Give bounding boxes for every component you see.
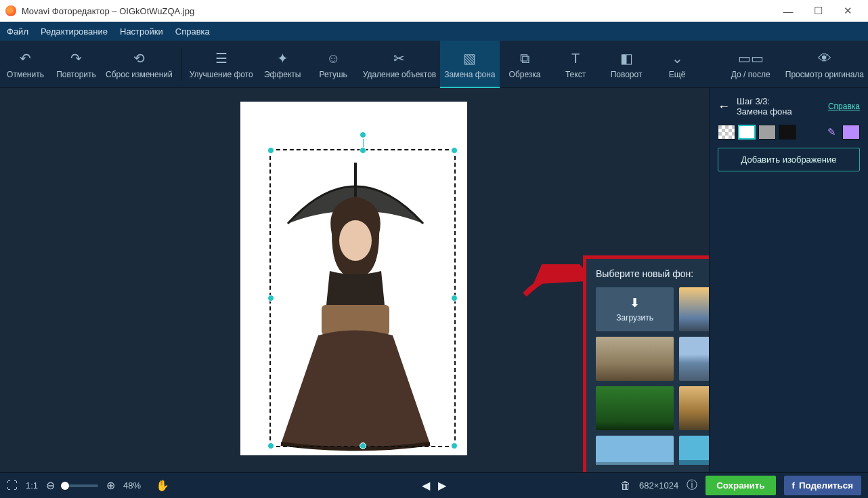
history-nav: ◀ ▶ bbox=[422, 479, 446, 492]
background-thumbnail[interactable] bbox=[679, 436, 709, 465]
annotation-highlight-box: ✕ Выберите новый фон: ⬇Загрузить 🎲 ОК bbox=[583, 255, 709, 472]
window-title: Movavi Фоторедактор – OIGkOtWuZQA.jpg bbox=[22, 6, 194, 16]
compare-icon: ▭▭ bbox=[738, 50, 764, 66]
workspace: ✕ Выберите новый фон: ⬇Загрузить 🎲 ОК ← … bbox=[0, 88, 868, 472]
resize-handle-bottom[interactable] bbox=[360, 442, 366, 449]
eyedropper-button[interactable]: ✎ bbox=[823, 126, 840, 138]
swatch-transparent[interactable] bbox=[718, 125, 735, 140]
window-maximize-button[interactable]: ☐ bbox=[803, 1, 833, 20]
resize-handle-top-left[interactable] bbox=[267, 147, 274, 154]
facebook-icon: f bbox=[792, 480, 795, 491]
window-minimize-button[interactable]: — bbox=[773, 1, 803, 20]
selection-rectangle[interactable] bbox=[269, 149, 456, 447]
background-thumbnail-grid: ⬇Загрузить bbox=[596, 287, 709, 465]
more-button[interactable]: ⌄Ещё bbox=[652, 41, 703, 87]
main-toolbar: ↶Отменить ↷Повторить ⟲Сброс изменений ☰У… bbox=[0, 41, 868, 88]
menu-edit[interactable]: Редактирование bbox=[41, 26, 108, 37]
step-header: ← Шаг 3/3: Замена фона Справка bbox=[718, 96, 860, 117]
menu-bar: Файл Редактирование Настройки Справка bbox=[0, 22, 868, 41]
history-prev-button[interactable]: ◀ bbox=[422, 479, 430, 492]
zoom-slider[interactable] bbox=[63, 484, 98, 487]
color-swatch-row: ✎ bbox=[718, 125, 860, 140]
redo-button[interactable]: ↷Повторить bbox=[51, 41, 102, 87]
crop-button[interactable]: ⧉Обрезка bbox=[500, 41, 550, 87]
face-icon: ☺ bbox=[326, 50, 340, 66]
swatch-gray[interactable] bbox=[758, 125, 776, 140]
sparkle-icon: ✦ bbox=[277, 50, 288, 66]
text-icon: T bbox=[571, 50, 580, 66]
canvas-area[interactable]: ✕ Выберите новый фон: ⬇Загрузить 🎲 ОК bbox=[0, 88, 709, 472]
view-original-button[interactable]: 👁Просмотр оригинала bbox=[781, 41, 868, 87]
rotate-icon: ◧ bbox=[620, 50, 633, 66]
background-thumbnail[interactable] bbox=[596, 337, 674, 381]
zoom-in-button[interactable]: ⊕ bbox=[106, 479, 115, 492]
resize-handle-left[interactable] bbox=[267, 295, 274, 302]
delete-button[interactable]: 🗑 bbox=[620, 480, 631, 492]
text-button[interactable]: TТекст bbox=[550, 41, 601, 87]
reset-icon: ⟲ bbox=[133, 50, 145, 66]
add-image-button[interactable]: Добавить изображение bbox=[718, 148, 860, 171]
background-thumbnail[interactable] bbox=[679, 386, 709, 430]
background-thumbnail[interactable] bbox=[596, 436, 674, 465]
history-next-button[interactable]: ▶ bbox=[438, 479, 446, 492]
menu-settings[interactable]: Настройки bbox=[120, 26, 163, 37]
step-number: Шаг 3/3: bbox=[737, 96, 792, 106]
rotate-button[interactable]: ◧Поворот bbox=[601, 41, 652, 87]
actual-size-button[interactable]: 1:1 bbox=[26, 480, 38, 491]
save-button[interactable]: Сохранить bbox=[706, 476, 775, 495]
background-thumbnail[interactable] bbox=[596, 386, 674, 430]
retouch-button[interactable]: ☺Ретушь bbox=[308, 41, 359, 87]
zoom-value: 48% bbox=[123, 480, 141, 491]
side-panel: ← Шаг 3/3: Замена фона Справка ✎ Добавит… bbox=[709, 88, 868, 472]
crop-icon: ⧉ bbox=[520, 50, 529, 66]
panel-help-link[interactable]: Справка bbox=[828, 102, 860, 111]
background-thumbnail[interactable] bbox=[679, 337, 709, 381]
reset-changes-button[interactable]: ⟲Сброс изменений bbox=[102, 41, 177, 87]
upload-background-button[interactable]: ⬇Загрузить bbox=[596, 287, 674, 331]
menu-file[interactable]: Файл bbox=[7, 26, 28, 37]
photo-canvas[interactable] bbox=[240, 102, 467, 455]
resize-handle-right[interactable] bbox=[451, 295, 458, 302]
eye-icon: 👁 bbox=[818, 50, 831, 66]
sliders-icon: ☰ bbox=[215, 50, 227, 66]
window-close-button[interactable]: ✕ bbox=[833, 1, 863, 20]
chevron-down-icon: ⌄ bbox=[672, 50, 683, 66]
before-after-button[interactable]: ▭▭До / после bbox=[720, 41, 781, 87]
info-button[interactable]: ⓘ bbox=[687, 478, 697, 493]
step-back-button[interactable]: ← bbox=[718, 100, 730, 114]
zoom-out-button[interactable]: ⊖ bbox=[46, 479, 55, 492]
resize-handle-bottom-left[interactable] bbox=[267, 442, 274, 449]
app-logo-icon bbox=[5, 5, 16, 16]
redo-icon: ↷ bbox=[70, 50, 82, 66]
popup-title: Выберите новый фон: bbox=[596, 268, 709, 279]
swatch-white[interactable] bbox=[738, 125, 756, 140]
annotation-arrow-icon bbox=[521, 264, 589, 305]
window-titlebar: Movavi Фоторедактор – OIGkOtWuZQA.jpg — … bbox=[0, 0, 868, 22]
swatch-black[interactable] bbox=[779, 125, 796, 140]
color-picker-button[interactable] bbox=[842, 125, 860, 140]
resize-handle-top-right[interactable] bbox=[451, 147, 458, 154]
status-footer: ⛶ 1:1 ⊖ ⊕ 48% ✋ ◀ ▶ 🗑 682×1024 ⓘ Сохрани… bbox=[0, 472, 868, 498]
background-icon: ▧ bbox=[463, 50, 476, 66]
object-removal-button[interactable]: ✂Удаление объектов bbox=[359, 41, 441, 87]
enhance-button[interactable]: ☰Улучшение фото bbox=[186, 41, 257, 87]
fullscreen-button[interactable]: ⛶ bbox=[7, 480, 18, 492]
image-dimensions: 682×1024 bbox=[639, 480, 678, 491]
undo-icon: ↶ bbox=[20, 50, 31, 66]
undo-button[interactable]: ↶Отменить bbox=[0, 41, 51, 87]
share-button[interactable]: fПоделиться bbox=[784, 476, 861, 495]
resize-handle-bottom-right[interactable] bbox=[451, 442, 458, 449]
menu-help[interactable]: Справка bbox=[175, 26, 210, 37]
resize-handle-top[interactable] bbox=[360, 147, 366, 154]
download-icon: ⬇ bbox=[630, 297, 640, 309]
step-title: Замена фона bbox=[737, 106, 792, 117]
effects-button[interactable]: ✦Эффекты bbox=[257, 41, 308, 87]
background-thumbnail[interactable] bbox=[679, 287, 709, 331]
background-picker-popup: ✕ Выберите новый фон: ⬇Загрузить 🎲 ОК bbox=[586, 259, 709, 472]
background-change-button[interactable]: ▧Замена фона bbox=[440, 41, 499, 87]
eraser-icon: ✂ bbox=[393, 50, 405, 66]
hand-tool-button[interactable]: ✋ bbox=[156, 479, 169, 492]
rotate-handle[interactable] bbox=[360, 131, 366, 138]
